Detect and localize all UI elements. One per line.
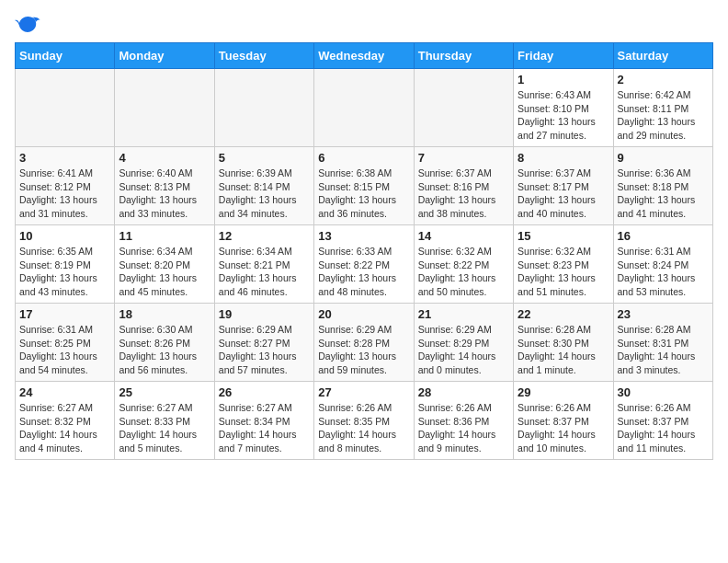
day-number: 5 bbox=[219, 151, 310, 165]
calendar-cell bbox=[16, 69, 115, 147]
calendar-cell: 3Sunrise: 6:41 AM Sunset: 8:12 PM Daylig… bbox=[16, 147, 115, 225]
day-info: Sunrise: 6:37 AM Sunset: 8:16 PM Dayligh… bbox=[418, 167, 509, 221]
day-info: Sunrise: 6:39 AM Sunset: 8:14 PM Dayligh… bbox=[219, 167, 310, 221]
day-number: 21 bbox=[418, 307, 509, 321]
day-number: 28 bbox=[418, 385, 509, 399]
day-number: 24 bbox=[19, 385, 110, 399]
day-info: Sunrise: 6:28 AM Sunset: 8:31 PM Dayligh… bbox=[618, 323, 709, 377]
calendar-cell bbox=[115, 69, 214, 147]
week-row-2: 3Sunrise: 6:41 AM Sunset: 8:12 PM Daylig… bbox=[16, 147, 713, 225]
day-info: Sunrise: 6:37 AM Sunset: 8:17 PM Dayligh… bbox=[518, 167, 609, 221]
weekday-header-sunday: Sunday bbox=[16, 43, 115, 69]
day-info: Sunrise: 6:33 AM Sunset: 8:22 PM Dayligh… bbox=[318, 245, 409, 299]
day-number: 12 bbox=[219, 229, 310, 243]
calendar-cell bbox=[314, 69, 414, 147]
day-info: Sunrise: 6:43 AM Sunset: 8:10 PM Dayligh… bbox=[518, 88, 609, 143]
day-number: 27 bbox=[318, 385, 409, 399]
calendar-cell: 21Sunrise: 6:29 AM Sunset: 8:29 PM Dayli… bbox=[414, 304, 513, 382]
day-info: Sunrise: 6:34 AM Sunset: 8:21 PM Dayligh… bbox=[219, 245, 310, 299]
calendar-cell: 26Sunrise: 6:27 AM Sunset: 8:34 PM Dayli… bbox=[214, 382, 313, 460]
calendar-cell: 10Sunrise: 6:35 AM Sunset: 8:19 PM Dayli… bbox=[16, 225, 115, 304]
day-info: Sunrise: 6:36 AM Sunset: 8:18 PM Dayligh… bbox=[618, 167, 709, 221]
calendar-cell: 18Sunrise: 6:30 AM Sunset: 8:26 PM Dayli… bbox=[115, 304, 214, 382]
day-number: 7 bbox=[418, 151, 509, 165]
day-number: 14 bbox=[418, 229, 509, 243]
weekday-header-monday: Monday bbox=[115, 43, 214, 69]
day-info: Sunrise: 6:26 AM Sunset: 8:37 PM Dayligh… bbox=[618, 401, 709, 455]
day-info: Sunrise: 6:27 AM Sunset: 8:32 PM Dayligh… bbox=[19, 401, 110, 455]
day-number: 18 bbox=[119, 307, 210, 321]
calendar-cell: 27Sunrise: 6:26 AM Sunset: 8:35 PM Dayli… bbox=[314, 382, 414, 460]
day-info: Sunrise: 6:32 AM Sunset: 8:22 PM Dayligh… bbox=[418, 245, 509, 299]
calendar-cell: 17Sunrise: 6:31 AM Sunset: 8:25 PM Dayli… bbox=[16, 304, 115, 382]
day-info: Sunrise: 6:28 AM Sunset: 8:30 PM Dayligh… bbox=[518, 323, 609, 377]
calendar-cell: 8Sunrise: 6:37 AM Sunset: 8:17 PM Daylig… bbox=[514, 147, 613, 225]
day-number: 6 bbox=[318, 151, 409, 165]
day-number: 8 bbox=[518, 151, 609, 165]
day-number: 16 bbox=[618, 229, 709, 243]
day-info: Sunrise: 6:42 AM Sunset: 8:11 PM Dayligh… bbox=[618, 88, 709, 143]
calendar-cell: 7Sunrise: 6:37 AM Sunset: 8:16 PM Daylig… bbox=[414, 147, 513, 225]
day-info: Sunrise: 6:41 AM Sunset: 8:12 PM Dayligh… bbox=[19, 167, 110, 221]
calendar-cell: 23Sunrise: 6:28 AM Sunset: 8:31 PM Dayli… bbox=[613, 304, 712, 382]
calendar-cell: 13Sunrise: 6:33 AM Sunset: 8:22 PM Dayli… bbox=[314, 225, 414, 304]
day-number: 13 bbox=[318, 229, 409, 243]
calendar-cell: 22Sunrise: 6:28 AM Sunset: 8:30 PM Dayli… bbox=[514, 304, 613, 382]
day-number: 30 bbox=[618, 385, 709, 399]
calendar-header: SundayMondayTuesdayWednesdayThursdayFrid… bbox=[16, 43, 713, 69]
day-info: Sunrise: 6:29 AM Sunset: 8:27 PM Dayligh… bbox=[219, 323, 310, 377]
calendar-cell: 15Sunrise: 6:32 AM Sunset: 8:23 PM Dayli… bbox=[514, 225, 613, 304]
day-info: Sunrise: 6:27 AM Sunset: 8:34 PM Dayligh… bbox=[219, 401, 310, 455]
day-number: 23 bbox=[618, 307, 709, 321]
day-number: 25 bbox=[119, 385, 210, 399]
week-row-4: 17Sunrise: 6:31 AM Sunset: 8:25 PM Dayli… bbox=[16, 304, 713, 382]
day-number: 15 bbox=[518, 229, 609, 243]
day-number: 20 bbox=[318, 307, 409, 321]
day-info: Sunrise: 6:26 AM Sunset: 8:35 PM Dayligh… bbox=[318, 401, 409, 455]
day-info: Sunrise: 6:30 AM Sunset: 8:26 PM Dayligh… bbox=[119, 323, 210, 377]
day-number: 2 bbox=[618, 73, 709, 86]
calendar-table: SundayMondayTuesdayWednesdayThursdayFrid… bbox=[15, 42, 713, 460]
day-info: Sunrise: 6:26 AM Sunset: 8:36 PM Dayligh… bbox=[418, 401, 509, 455]
day-info: Sunrise: 6:31 AM Sunset: 8:24 PM Dayligh… bbox=[618, 245, 709, 299]
calendar-cell bbox=[414, 69, 513, 147]
calendar-cell: 9Sunrise: 6:36 AM Sunset: 8:18 PM Daylig… bbox=[613, 147, 712, 225]
weekday-header-row: SundayMondayTuesdayWednesdayThursdayFrid… bbox=[16, 43, 713, 69]
week-row-5: 24Sunrise: 6:27 AM Sunset: 8:32 PM Dayli… bbox=[16, 382, 713, 460]
day-number: 22 bbox=[518, 307, 609, 321]
weekday-header-tuesday: Tuesday bbox=[214, 43, 313, 69]
calendar-cell: 1Sunrise: 6:43 AM Sunset: 8:10 PM Daylig… bbox=[514, 69, 613, 147]
calendar-body: 1Sunrise: 6:43 AM Sunset: 8:10 PM Daylig… bbox=[16, 69, 713, 460]
header bbox=[15, 15, 713, 35]
day-number: 3 bbox=[19, 151, 110, 165]
day-number: 29 bbox=[518, 385, 609, 399]
calendar-cell: 2Sunrise: 6:42 AM Sunset: 8:11 PM Daylig… bbox=[613, 69, 712, 147]
day-number: 17 bbox=[19, 307, 110, 321]
calendar-cell: 25Sunrise: 6:27 AM Sunset: 8:33 PM Dayli… bbox=[115, 382, 214, 460]
day-info: Sunrise: 6:35 AM Sunset: 8:19 PM Dayligh… bbox=[19, 245, 110, 299]
calendar-cell bbox=[214, 69, 313, 147]
day-info: Sunrise: 6:34 AM Sunset: 8:20 PM Dayligh… bbox=[119, 245, 210, 299]
weekday-header-wednesday: Wednesday bbox=[314, 43, 414, 69]
week-row-3: 10Sunrise: 6:35 AM Sunset: 8:19 PM Dayli… bbox=[16, 225, 713, 304]
calendar-cell: 6Sunrise: 6:38 AM Sunset: 8:15 PM Daylig… bbox=[314, 147, 414, 225]
calendar-cell: 29Sunrise: 6:26 AM Sunset: 8:37 PM Dayli… bbox=[514, 382, 613, 460]
logo-icon bbox=[15, 15, 40, 35]
day-number: 4 bbox=[119, 151, 210, 165]
day-info: Sunrise: 6:32 AM Sunset: 8:23 PM Dayligh… bbox=[518, 245, 609, 299]
calendar-cell: 16Sunrise: 6:31 AM Sunset: 8:24 PM Dayli… bbox=[613, 225, 712, 304]
day-number: 26 bbox=[219, 385, 310, 399]
calendar-cell: 5Sunrise: 6:39 AM Sunset: 8:14 PM Daylig… bbox=[214, 147, 313, 225]
weekday-header-friday: Friday bbox=[514, 43, 613, 69]
day-number: 9 bbox=[618, 151, 709, 165]
day-info: Sunrise: 6:29 AM Sunset: 8:28 PM Dayligh… bbox=[318, 323, 409, 377]
calendar-cell: 19Sunrise: 6:29 AM Sunset: 8:27 PM Dayli… bbox=[214, 304, 313, 382]
weekday-header-thursday: Thursday bbox=[414, 43, 513, 69]
week-row-1: 1Sunrise: 6:43 AM Sunset: 8:10 PM Daylig… bbox=[16, 69, 713, 147]
calendar-cell: 28Sunrise: 6:26 AM Sunset: 8:36 PM Dayli… bbox=[414, 382, 513, 460]
calendar-cell: 24Sunrise: 6:27 AM Sunset: 8:32 PM Dayli… bbox=[16, 382, 115, 460]
day-info: Sunrise: 6:26 AM Sunset: 8:37 PM Dayligh… bbox=[518, 401, 609, 455]
calendar-cell: 30Sunrise: 6:26 AM Sunset: 8:37 PM Dayli… bbox=[613, 382, 712, 460]
day-info: Sunrise: 6:27 AM Sunset: 8:33 PM Dayligh… bbox=[119, 401, 210, 455]
day-info: Sunrise: 6:40 AM Sunset: 8:13 PM Dayligh… bbox=[119, 167, 210, 221]
